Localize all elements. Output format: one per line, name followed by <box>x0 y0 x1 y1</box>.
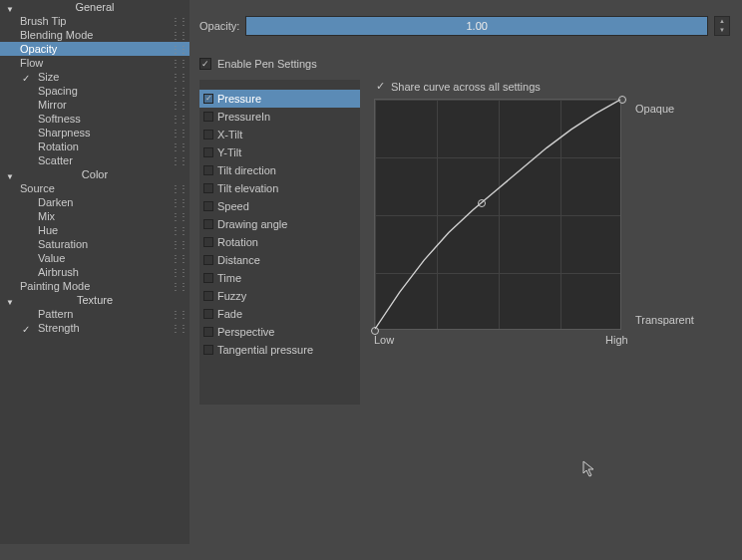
sidebar-item-pattern[interactable]: Pattern⋮⋮ <box>0 307 189 321</box>
curve-input-fuzzy[interactable]: Fuzzy <box>199 287 360 305</box>
drag-handle-icon[interactable]: ⋮⋮ <box>171 322 186 336</box>
sidebar-item-source[interactable]: Source⋮⋮ <box>0 181 189 195</box>
checkbox-icon[interactable] <box>203 237 213 247</box>
sidebar-item-flow[interactable]: Flow⋮⋮ <box>0 56 189 70</box>
sidebar-item-darken[interactable]: Darken⋮⋮ <box>0 195 189 209</box>
opacity-slider[interactable]: 1.00 <box>245 16 708 36</box>
checkbox-icon[interactable] <box>203 291 213 301</box>
curve-input-label: Speed <box>217 200 249 212</box>
share-curve-checkbox[interactable]: ✓ Share curve across all settings <box>374 80 730 93</box>
sidebar-item-mix[interactable]: Mix⋮⋮ <box>0 209 189 223</box>
sidebar-item-spacing[interactable]: Spacing⋮⋮ <box>0 84 189 98</box>
drag-handle-icon[interactable]: ⋮⋮ <box>171 224 186 238</box>
chevron-down-icon[interactable]: ▼ <box>715 26 729 35</box>
drag-handle-icon[interactable]: ⋮⋮ <box>171 196 186 210</box>
checkbox-icon[interactable] <box>203 309 213 319</box>
curve-input-label: Fade <box>217 308 242 320</box>
drag-handle-icon[interactable]: ⋮⋮ <box>171 308 186 322</box>
curve-input-fade[interactable]: Fade <box>199 305 360 323</box>
curve-input-distance[interactable]: Distance <box>199 251 360 269</box>
checkbox-icon[interactable] <box>203 147 213 157</box>
drag-handle-icon[interactable]: ⋮⋮ <box>171 29 186 43</box>
checkbox-icon[interactable] <box>203 327 213 337</box>
curve-input-time[interactable]: Time <box>199 269 360 287</box>
curve-input-label: PressureIn <box>217 111 270 123</box>
sidebar-item-sharpness[interactable]: Sharpness⋮⋮ <box>0 126 189 140</box>
drag-handle-icon[interactable]: ⋮⋮ <box>171 85 186 99</box>
sidebar-item-strength[interactable]: ✓Strength⋮⋮ <box>0 321 189 335</box>
curve-label-transparent: Transparent <box>635 314 694 326</box>
drag-handle-icon[interactable]: ⋮⋮ <box>171 238 186 252</box>
drag-handle-icon[interactable]: ⋮⋮ <box>171 43 186 57</box>
checkbox-icon[interactable] <box>203 183 213 193</box>
sidebar-item-softness[interactable]: Softness⋮⋮ <box>0 112 189 126</box>
drag-handle-icon[interactable]: ⋮⋮ <box>171 57 186 71</box>
curve-handle[interactable] <box>618 96 626 104</box>
opacity-row: Opacity: 1.00 ▲ ▼ <box>199 16 730 36</box>
checkbox-icon[interactable] <box>203 201 213 211</box>
sidebar-item-brush-tip[interactable]: Brush Tip⋮⋮ <box>0 14 189 28</box>
drag-handle-icon[interactable]: ⋮⋮ <box>171 140 186 154</box>
checkbox-icon[interactable]: ✓ <box>203 94 213 104</box>
section-header[interactable]: ▼General <box>0 0 189 14</box>
curve-input-perspective[interactable]: Perspective <box>199 323 360 341</box>
curve-input-x-tilt[interactable]: X-Tilt <box>199 126 360 143</box>
drag-handle-icon[interactable]: ⋮⋮ <box>171 182 186 196</box>
checkbox-icon[interactable] <box>203 219 213 229</box>
checkbox-icon[interactable] <box>203 255 213 265</box>
curve-input-pressurein[interactable]: PressureIn <box>199 108 360 126</box>
curve-input-rotation[interactable]: Rotation <box>199 233 360 251</box>
curve-input-drawing-angle[interactable]: Drawing angle <box>199 215 360 233</box>
sidebar-item-painting-mode[interactable]: Painting Mode⋮⋮ <box>0 279 189 293</box>
curve-input-pressure[interactable]: ✓Pressure <box>199 90 360 108</box>
opacity-value: 1.00 <box>466 20 487 32</box>
drag-handle-icon[interactable]: ⋮⋮ <box>171 15 186 29</box>
curve-input-speed[interactable]: Speed <box>199 197 360 215</box>
curve-input-label: Tilt elevation <box>217 182 278 194</box>
sidebar-item-value[interactable]: Value⋮⋮ <box>0 251 189 265</box>
opacity-label: Opacity: <box>199 20 239 32</box>
sidebar-item-hue[interactable]: Hue⋮⋮ <box>0 223 189 237</box>
sidebar-item-blending-mode[interactable]: Blending Mode⋮⋮ <box>0 28 189 42</box>
drag-handle-icon[interactable]: ⋮⋮ <box>171 154 186 168</box>
drag-handle-icon[interactable]: ⋮⋮ <box>171 71 186 85</box>
sidebar-item-label: Strength <box>38 322 80 334</box>
sidebar-item-size[interactable]: ✓Size⋮⋮ <box>0 70 189 84</box>
drag-handle-icon[interactable]: ⋮⋮ <box>171 113 186 127</box>
sidebar-item-label: Source <box>20 182 55 194</box>
sidebar-item-label: Value <box>38 252 65 264</box>
drag-handle-icon[interactable]: ⋮⋮ <box>171 280 186 294</box>
curve-input-label: Perspective <box>217 326 274 338</box>
drag-handle-icon[interactable]: ⋮⋮ <box>171 99 186 113</box>
sidebar-item-rotation[interactable]: Rotation⋮⋮ <box>0 140 189 153</box>
sidebar-item-mirror[interactable]: Mirror⋮⋮ <box>0 98 189 112</box>
drag-handle-icon[interactable]: ⋮⋮ <box>171 266 186 280</box>
drag-handle-icon[interactable]: ⋮⋮ <box>171 252 186 266</box>
checkbox-icon[interactable] <box>203 273 213 283</box>
sidebar-item-saturation[interactable]: Saturation⋮⋮ <box>0 237 189 251</box>
curve-input-tilt-direction[interactable]: Tilt direction <box>199 161 360 179</box>
checkbox-icon[interactable] <box>203 112 213 122</box>
curve-input-tilt-elevation[interactable]: Tilt elevation <box>199 179 360 197</box>
opacity-spinner[interactable]: ▲ ▼ <box>714 16 730 36</box>
enable-pen-label: Enable Pen Settings <box>217 58 317 70</box>
chevron-up-icon[interactable]: ▲ <box>715 17 729 26</box>
curve-editor[interactable] <box>374 99 621 330</box>
section-header[interactable]: ▼Texture <box>0 293 189 307</box>
drag-handle-icon[interactable]: ⋮⋮ <box>171 210 186 224</box>
checkbox-icon[interactable] <box>203 345 213 355</box>
drag-handle-icon[interactable]: ⋮⋮ <box>171 127 186 140</box>
curve-input-y-tilt[interactable]: Y-Tilt <box>199 143 360 161</box>
sidebar-item-scatter[interactable]: Scatter⋮⋮ <box>0 153 189 167</box>
checkbox-icon[interactable] <box>203 165 213 175</box>
sidebar-item-label: Mix <box>38 210 55 222</box>
sidebar-item-opacity[interactable]: Opacity⋮⋮ <box>0 42 189 56</box>
checkbox-icon[interactable] <box>203 130 213 140</box>
curve-side: ✓ Share curve across all settings Opaque… <box>374 80 730 405</box>
curve-input-label: Rotation <box>217 236 258 248</box>
sidebar-item-label: Darken <box>38 196 73 208</box>
section-header[interactable]: ▼Color <box>0 167 189 181</box>
enable-pen-checkbox[interactable]: ✓ Enable Pen Settings <box>199 58 730 70</box>
curve-input-tangential-pressure[interactable]: Tangential pressure <box>199 341 360 359</box>
sidebar-item-airbrush[interactable]: Airbrush⋮⋮ <box>0 265 189 279</box>
